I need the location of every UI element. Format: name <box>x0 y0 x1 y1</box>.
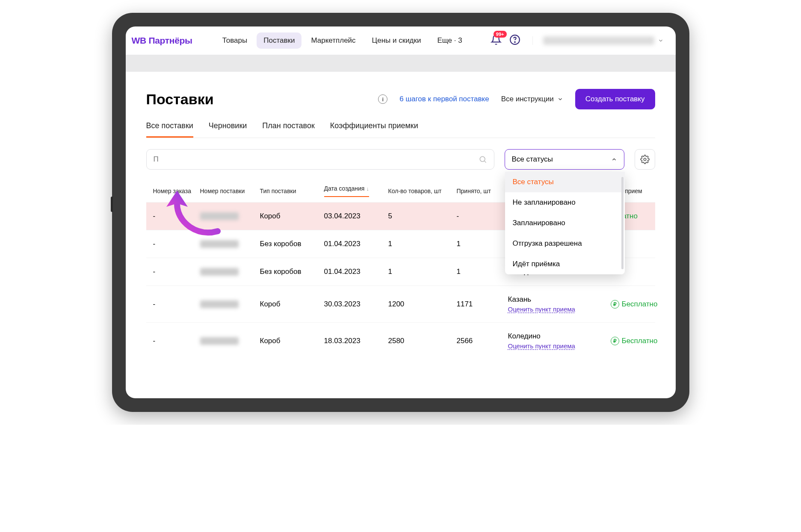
cell-order: - <box>153 240 200 248</box>
user-menu[interactable] <box>532 36 664 45</box>
cell-qty: 2580 <box>388 337 457 345</box>
sort-arrow-down-icon: ↓ <box>366 185 369 192</box>
cell-type: Без коробов <box>260 267 324 276</box>
cell-qty: 1 <box>388 240 457 248</box>
cell-type: Без коробов <box>260 240 324 248</box>
col-created-date[interactable]: Дата создания ↓ <box>324 185 369 197</box>
gear-icon <box>640 155 650 164</box>
cell-supply-blurred <box>200 268 239 276</box>
cell-accepted: 1 <box>457 240 508 248</box>
cell-date: 01.04.2023 <box>324 267 388 276</box>
cell-supply-blurred <box>200 212 239 220</box>
cell-supply-blurred <box>200 240 239 248</box>
col-created-date-label: Дата создания <box>324 185 365 192</box>
ruble-icon: ₽ <box>611 337 619 345</box>
controls-row: Все статусы Все статусы Не запланировано… <box>146 149 655 170</box>
dd-option-not-planned[interactable]: Не запланировано <box>505 192 625 213</box>
help-button[interactable] <box>509 34 520 47</box>
page-title: Поставки <box>146 91 214 108</box>
table-settings-button[interactable] <box>635 149 655 170</box>
chevron-down-icon <box>557 96 563 102</box>
nav-item-goods[interactable]: Товары <box>216 32 254 49</box>
search-input-wrap[interactable] <box>146 149 494 170</box>
dd-option-receiving[interactable]: Идёт приёмка <box>505 254 625 274</box>
rate-point-link[interactable]: Оценить пункт приема <box>508 342 611 350</box>
logo: WB Партнёры <box>132 35 192 46</box>
cell-qty: 5 <box>388 212 457 220</box>
nav-item-prices[interactable]: Цены и скидки <box>365 32 428 49</box>
cell-supply-blurred <box>200 337 239 345</box>
dd-option-allowed[interactable]: Отгрузка разрешена <box>505 233 625 254</box>
tab-drafts[interactable]: Черновики <box>209 121 247 138</box>
cell-coef: ₽ Бесплатно <box>611 300 671 309</box>
table-row[interactable]: - Короб 30.03.2023 1200 1171 Казань Оцен… <box>146 285 655 322</box>
instructions-link[interactable]: Все инструкции <box>501 95 563 103</box>
dd-option-planned[interactable]: Запланировано <box>505 213 625 233</box>
dd-option-all[interactable]: Все статусы <box>505 172 625 192</box>
col-accepted[interactable]: Принято, шт <box>457 185 508 197</box>
col-supply-type[interactable]: Тип поставки <box>260 185 324 197</box>
cell-accepted: 1171 <box>457 300 508 309</box>
cell-location: Казань Оценить пункт приема <box>508 295 611 313</box>
user-name-blurred <box>543 36 654 45</box>
cell-type: Короб <box>260 337 324 345</box>
instructions-label: Все инструкции <box>501 95 554 103</box>
info-icon[interactable]: i <box>378 94 387 104</box>
create-supply-button[interactable]: Создать поставку <box>575 89 655 109</box>
cell-order: - <box>153 300 200 309</box>
rate-point-link[interactable]: Оценить пункт приема <box>508 306 611 313</box>
page-body: Поставки i 6 шагов к первой поставке Все… <box>126 72 676 359</box>
app-screen: WB Партнёры Товары Поставки Маркетплейс … <box>126 26 676 398</box>
col-order-number[interactable]: Номер заказа <box>153 185 200 197</box>
status-filter-select[interactable]: Все статусы Все статусы Не запланировано… <box>505 149 624 170</box>
tab-all-supplies[interactable]: Все поставки <box>146 121 193 138</box>
status-dropdown: Все статусы Не запланировано Запланирова… <box>505 172 625 274</box>
tab-plan[interactable]: План поставок <box>262 121 314 138</box>
cell-date: 30.03.2023 <box>324 300 388 309</box>
cell-type: Короб <box>260 212 324 220</box>
nav-item-marketplace[interactable]: Маркетплейс <box>304 32 362 49</box>
svg-line-3 <box>484 161 486 163</box>
chevron-up-icon <box>611 156 617 162</box>
chevron-down-icon <box>658 38 664 44</box>
table-row[interactable]: - Короб 18.03.2023 2580 2566 Коледино Оц… <box>146 322 655 359</box>
svg-point-4 <box>644 158 646 161</box>
cell-type: Короб <box>260 300 324 309</box>
steps-link[interactable]: 6 шагов к первой поставке <box>399 95 489 103</box>
tab-coefficients[interactable]: Коэффициенты приемки <box>330 121 418 138</box>
col-supply-number[interactable]: Номер поставки <box>200 185 260 197</box>
cell-date: 18.03.2023 <box>324 337 388 345</box>
cell-accepted: 1 <box>457 267 508 276</box>
tablet-side-button <box>111 197 113 212</box>
cell-qty: 1 <box>388 267 457 276</box>
svg-point-1 <box>514 42 515 43</box>
cell-accepted: 2566 <box>457 337 508 345</box>
help-icon <box>509 34 520 45</box>
status-filter-label: Все статусы <box>512 155 553 164</box>
cell-accepted: - <box>457 212 508 220</box>
nav-item-more[interactable]: Еще · 3 <box>430 32 469 49</box>
col-qty[interactable]: Кол-во товаров, шт <box>388 185 457 197</box>
cell-order: - <box>153 337 200 345</box>
cell-supply-blurred <box>200 300 239 308</box>
cell-location: Коледино Оценить пункт приема <box>508 332 611 350</box>
cell-order: - <box>153 267 200 276</box>
page-header: Поставки i 6 шагов к первой поставке Все… <box>146 89 655 109</box>
notifications-button[interactable]: 99+ <box>491 34 502 47</box>
cell-date: 03.04.2023 <box>324 212 388 220</box>
notifications-badge: 99+ <box>494 31 507 38</box>
search-icon <box>479 155 487 164</box>
cell-coef: ₽ Бесплатно <box>611 337 671 345</box>
dropdown-scrollbar[interactable] <box>621 177 624 269</box>
gray-strip <box>126 55 676 72</box>
subtabs: Все поставки Черновики План поставок Коэ… <box>146 121 655 138</box>
cell-date: 01.04.2023 <box>324 240 388 248</box>
search-input[interactable] <box>154 155 479 164</box>
ruble-icon: ₽ <box>611 300 619 309</box>
top-nav: WB Партнёры Товары Поставки Маркетплейс … <box>126 26 676 55</box>
nav-item-supplies[interactable]: Поставки <box>257 32 301 49</box>
cell-qty: 1200 <box>388 300 457 309</box>
nav-links: Товары Поставки Маркетплейс Цены и скидк… <box>216 32 469 49</box>
tablet-frame: WB Партнёры Товары Поставки Маркетплейс … <box>112 13 689 412</box>
cell-order: - <box>153 212 200 220</box>
